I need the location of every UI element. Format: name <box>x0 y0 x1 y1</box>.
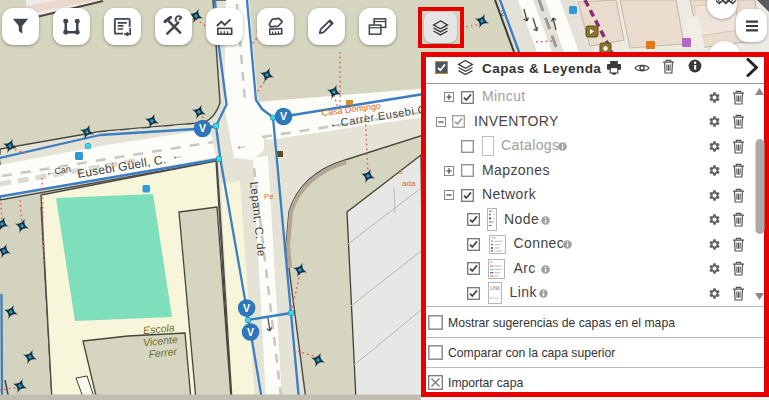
svg-text:V: V <box>280 110 287 122</box>
svg-text:V: V <box>199 122 206 134</box>
svg-text:Pe: Pe <box>264 192 274 201</box>
svg-text:ada: ada <box>402 179 416 188</box>
svg-text:V: V <box>247 326 254 338</box>
svg-text:←: ← <box>234 138 247 152</box>
svg-text:o: o <box>398 167 403 176</box>
svg-text:←: ← <box>170 148 183 162</box>
svg-text:LINK: LINK <box>490 286 500 291</box>
svg-text:V: V <box>243 302 250 314</box>
